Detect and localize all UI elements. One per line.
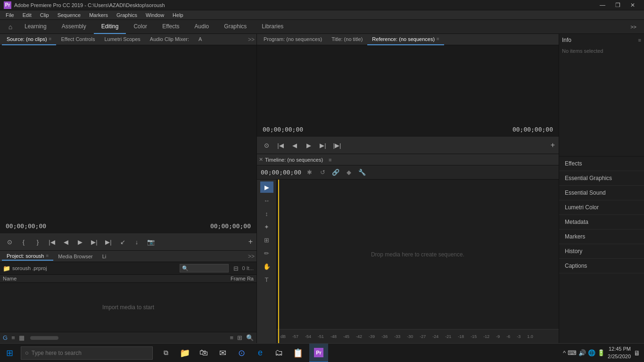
tool-pen[interactable]: ✏ <box>260 247 273 259</box>
prog-step-fwd[interactable]: ▶| <box>317 140 329 151</box>
tab-assembly[interactable]: Assembly <box>54 20 94 34</box>
panel-item-lumetri-color[interactable]: Lumetri Color <box>559 200 644 215</box>
tab-audio[interactable]: Audio <box>187 20 217 34</box>
panel-item-markers[interactable]: Markers <box>559 230 644 244</box>
tab-graphics[interactable]: Graphics <box>216 20 254 34</box>
tl-settings-icon[interactable]: 🔧 <box>357 167 367 178</box>
source-export-frame[interactable]: 📷 <box>145 236 157 247</box>
folder-icon[interactable]: 🗂 <box>272 344 287 362</box>
footer-slider[interactable] <box>30 336 58 340</box>
timeline-close-button[interactable]: ✕ <box>259 156 263 163</box>
program-add-button[interactable]: + <box>551 141 555 149</box>
tab-program[interactable]: Program: (no sequences) <box>259 34 327 45</box>
prog-go-out[interactable]: |▶| <box>331 140 343 151</box>
start-button[interactable]: ⊞ <box>0 344 19 362</box>
minimize-button[interactable]: — <box>595 0 610 10</box>
source-play[interactable]: ▶ <box>74 236 86 247</box>
menu-edit[interactable]: Edit <box>19 11 35 19</box>
tl-linked-icon[interactable]: 🔗 <box>330 167 341 178</box>
tray-network-icon[interactable]: 🌐 <box>588 349 595 356</box>
tab-effects[interactable]: Effects <box>155 20 187 34</box>
tool-track-select[interactable]: ↔ <box>260 195 273 206</box>
taskbar-search[interactable]: ○ <box>21 346 153 360</box>
taskbar-search-input[interactable] <box>32 350 149 356</box>
tab-libraries[interactable]: Libraries <box>254 20 291 34</box>
source-mark-in[interactable]: { <box>18 236 29 247</box>
chrome-icon[interactable]: ⊙ <box>234 344 249 362</box>
panel-item-essential-graphics[interactable]: Essential Graphics <box>559 171 644 186</box>
tray-up-icon[interactable]: ^ <box>563 349 566 356</box>
menu-sequence[interactable]: Sequence <box>54 11 85 19</box>
source-go-out[interactable]: ▶| <box>103 236 114 247</box>
notification-icon[interactable]: 🖥 <box>634 349 640 357</box>
store-icon[interactable]: 🛍 <box>196 344 211 362</box>
search-input[interactable] <box>189 264 226 272</box>
tool-type[interactable]: T <box>260 274 273 285</box>
footer-list-view[interactable]: ≡ <box>11 334 15 341</box>
tl-undo-icon[interactable]: ↺ <box>317 167 328 178</box>
menu-file[interactable]: File <box>2 11 18 19</box>
menu-help[interactable]: Help <box>169 11 187 19</box>
tab-audio-clip-mixer[interactable]: Audio Clip Mixer: <box>145 34 194 45</box>
tray-keyboard-icon[interactable]: ⌨ <box>568 349 577 356</box>
panel-item-history[interactable]: History <box>559 244 644 259</box>
timeline-menu-icon[interactable]: ≡ <box>329 157 331 163</box>
panel-item-effects[interactable]: Effects <box>559 156 644 171</box>
project-icon-view[interactable]: ⊟ <box>233 265 239 272</box>
footer-search-bottom[interactable]: 🔍 <box>246 334 254 341</box>
footer-icon-view[interactable]: G <box>3 334 8 341</box>
edge-icon[interactable]: e <box>253 344 268 362</box>
tab-li[interactable]: Li <box>98 253 111 260</box>
source-add-button[interactable]: + <box>248 238 253 246</box>
prog-step-back[interactable]: ◀ <box>289 140 300 151</box>
workspace-more[interactable]: >> <box>627 22 640 32</box>
tl-marker-icon[interactable]: ◆ <box>344 167 354 178</box>
tab-title[interactable]: Title: (no title) <box>327 34 367 45</box>
menu-clip[interactable]: Clip <box>36 11 53 19</box>
source-panel-more[interactable]: >> <box>248 36 255 43</box>
project-menu-icon[interactable]: ≡ <box>46 253 49 258</box>
tab-media-browser[interactable]: Media Browser <box>53 253 97 260</box>
tray-speaker-icon[interactable]: 🔊 <box>578 349 586 356</box>
tab-source[interactable]: Source: (no clips) ≡ <box>2 34 56 45</box>
footer-settings[interactable]: ≡ <box>230 334 233 341</box>
tool-hand[interactable]: ✋ <box>260 261 273 272</box>
tool-razor[interactable]: ✦ <box>260 221 273 232</box>
panel-item-metadata[interactable]: Metadata <box>559 215 644 230</box>
panel-item-captions[interactable]: Captions <box>559 259 644 273</box>
tab-a[interactable]: A <box>194 34 206 45</box>
prog-play[interactable]: ▶ <box>303 140 314 151</box>
footer-zoom[interactable]: ⊞ <box>237 334 242 341</box>
close-button[interactable]: ✕ <box>625 0 640 10</box>
menu-markers[interactable]: Markers <box>85 11 112 19</box>
source-go-in[interactable]: |◀ <box>46 236 58 247</box>
project-panel-more[interactable]: >> <box>248 253 255 260</box>
premiere-taskbar-app[interactable]: Pr <box>309 344 328 362</box>
source-overwrite[interactable]: ↓ <box>131 236 142 247</box>
home-button[interactable]: ⌂ <box>4 20 17 33</box>
tab-reference[interactable]: Reference: (no sequences) ≡ <box>367 34 444 45</box>
taskbar-clock[interactable]: 12:45 PM 2/25/2020 <box>608 346 631 360</box>
tab-effect-controls[interactable]: Effect Controls <box>56 34 99 45</box>
tool-selection[interactable]: ▶ <box>260 181 273 193</box>
source-menu-icon[interactable]: ≡ <box>49 36 52 41</box>
tool-slip[interactable]: ⊞ <box>260 234 273 246</box>
tl-snap-icon[interactable]: ✱ <box>304 167 314 178</box>
panel-item-essential-sound[interactable]: Essential Sound <box>559 186 644 200</box>
source-step-fwd[interactable]: ▶| <box>89 236 100 247</box>
task-view-button[interactable]: ⧉ <box>158 344 173 362</box>
menu-graphics[interactable]: Graphics <box>113 11 141 19</box>
reference-menu-icon[interactable]: ≡ <box>437 36 439 41</box>
sticky-notes-icon[interactable]: 📋 <box>290 344 305 362</box>
source-mark-out[interactable]: } <box>32 236 43 247</box>
menu-window[interactable]: Window <box>142 11 168 19</box>
mail-icon[interactable]: ✉ <box>215 344 230 362</box>
info-menu-icon[interactable]: ≡ <box>638 37 641 43</box>
prog-go-in[interactable]: |◀ <box>275 140 286 151</box>
tab-color[interactable]: Color <box>126 20 155 34</box>
footer-grid-view[interactable]: ▦ <box>19 334 25 341</box>
source-step-back[interactable]: ◀ <box>60 236 72 247</box>
tool-ripple[interactable]: ↕ <box>260 208 273 219</box>
source-insert[interactable]: ↙ <box>117 236 128 247</box>
tray-battery-icon[interactable]: 🔋 <box>597 349 605 356</box>
